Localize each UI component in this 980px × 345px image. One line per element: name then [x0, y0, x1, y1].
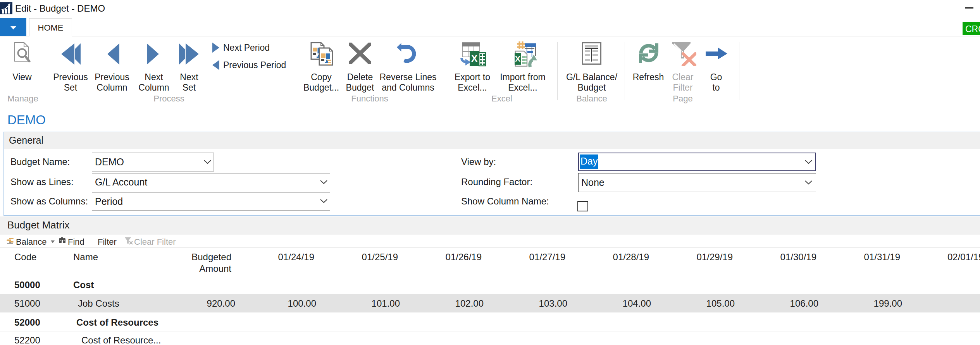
svg-text:X: X [471, 53, 478, 64]
svg-text:X: X [515, 54, 520, 63]
